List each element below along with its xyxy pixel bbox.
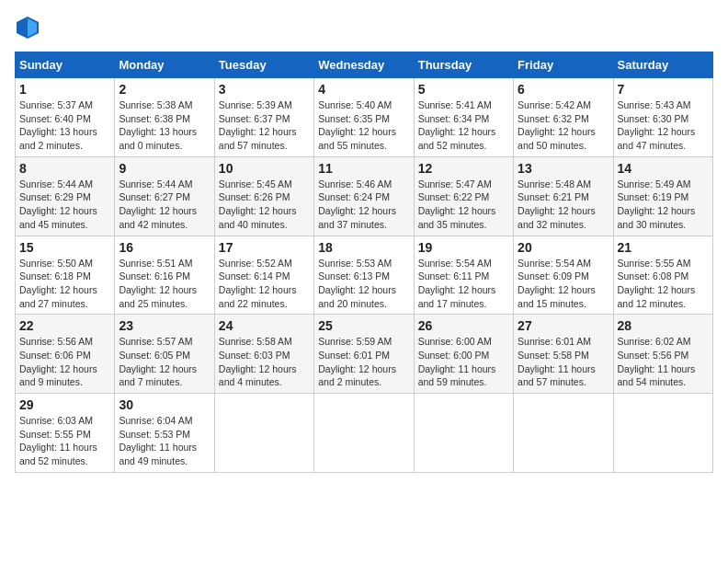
day-detail: Sunrise: 5:57 AMSunset: 6:05 PMDaylight:… [119, 335, 210, 389]
day-detail: Sunrise: 5:55 AMSunset: 6:08 PMDaylight:… [618, 257, 709, 311]
calendar-cell: 3Sunrise: 5:39 AMSunset: 6:37 PMDaylight… [214, 78, 313, 157]
day-number: 26 [418, 318, 509, 333]
calendar-cell: 2Sunrise: 5:38 AMSunset: 6:38 PMDaylight… [115, 78, 214, 157]
weekday-header-saturday: Saturday [613, 52, 712, 78]
calendar-cell [314, 394, 414, 473]
calendar-cell: 26Sunrise: 6:00 AMSunset: 6:00 PMDayligh… [414, 315, 513, 394]
day-number: 19 [418, 240, 509, 255]
day-detail: Sunrise: 5:38 AMSunset: 6:38 PMDaylight:… [119, 98, 210, 153]
day-number: 4 [318, 82, 409, 97]
day-number: 8 [19, 161, 110, 176]
day-detail: Sunrise: 5:54 AMSunset: 6:09 PMDaylight:… [518, 257, 609, 311]
day-number: 24 [219, 318, 310, 333]
day-number: 9 [119, 161, 210, 176]
calendar-cell: 29Sunrise: 6:03 AMSunset: 5:55 PMDayligh… [16, 394, 115, 473]
calendar-cell [613, 394, 712, 473]
day-detail: Sunrise: 5:39 AMSunset: 6:37 PMDaylight:… [219, 98, 310, 153]
day-number: 1 [19, 82, 110, 97]
day-detail: Sunrise: 5:48 AMSunset: 6:21 PMDaylight:… [518, 178, 609, 232]
calendar-cell: 27Sunrise: 6:01 AMSunset: 5:58 PMDayligh… [514, 315, 613, 394]
calendar-cell: 16Sunrise: 5:51 AMSunset: 6:16 PMDayligh… [115, 236, 214, 315]
day-number: 16 [119, 240, 210, 255]
day-number: 27 [518, 318, 609, 333]
calendar-cell: 5Sunrise: 5:41 AMSunset: 6:34 PMDaylight… [414, 78, 513, 157]
day-number: 15 [19, 240, 110, 255]
day-number: 21 [618, 240, 709, 255]
day-detail: Sunrise: 5:44 AMSunset: 6:29 PMDaylight:… [19, 178, 110, 232]
day-number: 11 [318, 161, 409, 176]
calendar-cell: 17Sunrise: 5:52 AMSunset: 6:14 PMDayligh… [214, 236, 313, 315]
day-number: 3 [219, 82, 310, 97]
day-number: 6 [518, 82, 609, 97]
day-number: 25 [318, 318, 409, 333]
day-number: 28 [618, 318, 709, 333]
calendar-cell: 10Sunrise: 5:45 AMSunset: 6:26 PMDayligh… [214, 156, 313, 236]
calendar-week-5: 29Sunrise: 6:03 AMSunset: 5:55 PMDayligh… [16, 394, 713, 473]
day-detail: Sunrise: 5:52 AMSunset: 6:14 PMDaylight:… [219, 257, 310, 311]
logo [15, 15, 44, 40]
calendar-week-1: 1Sunrise: 5:37 AMSunset: 6:40 PMDaylight… [16, 78, 713, 157]
day-detail: Sunrise: 5:50 AMSunset: 6:18 PMDaylight:… [19, 257, 110, 311]
calendar-cell: 19Sunrise: 5:54 AMSunset: 6:11 PMDayligh… [414, 236, 513, 315]
calendar-cell: 13Sunrise: 5:48 AMSunset: 6:21 PMDayligh… [514, 156, 613, 236]
day-detail: Sunrise: 5:49 AMSunset: 6:19 PMDaylight:… [618, 178, 709, 232]
calendar-cell [414, 394, 513, 473]
calendar-cell: 7Sunrise: 5:43 AMSunset: 6:30 PMDaylight… [613, 78, 712, 157]
day-number: 5 [418, 82, 509, 97]
day-detail: Sunrise: 5:45 AMSunset: 6:26 PMDaylight:… [219, 178, 310, 232]
calendar-cell: 9Sunrise: 5:44 AMSunset: 6:27 PMDaylight… [115, 156, 214, 236]
day-detail: Sunrise: 5:58 AMSunset: 6:03 PMDaylight:… [219, 335, 310, 389]
day-number: 17 [219, 240, 310, 255]
day-detail: Sunrise: 5:41 AMSunset: 6:34 PMDaylight:… [418, 98, 509, 153]
day-number: 23 [119, 318, 210, 333]
day-detail: Sunrise: 5:44 AMSunset: 6:27 PMDaylight:… [119, 178, 210, 232]
day-number: 2 [119, 82, 210, 97]
calendar-table: SundayMondayTuesdayWednesdayThursdayFrid… [15, 52, 713, 473]
day-number: 29 [19, 397, 110, 412]
calendar-cell: 1Sunrise: 5:37 AMSunset: 6:40 PMDaylight… [16, 78, 115, 157]
day-detail: Sunrise: 5:40 AMSunset: 6:35 PMDaylight:… [318, 98, 409, 153]
calendar-cell: 14Sunrise: 5:49 AMSunset: 6:19 PMDayligh… [613, 156, 712, 236]
day-number: 10 [219, 161, 310, 176]
calendar-cell: 4Sunrise: 5:40 AMSunset: 6:35 PMDaylight… [314, 78, 414, 157]
header [15, 15, 713, 40]
calendar-cell [514, 394, 613, 473]
day-detail: Sunrise: 5:51 AMSunset: 6:16 PMDaylight:… [119, 257, 210, 311]
weekday-header-tuesday: Tuesday [214, 52, 313, 78]
calendar-cell [214, 394, 313, 473]
day-number: 20 [518, 240, 609, 255]
day-number: 13 [518, 161, 609, 176]
day-number: 7 [618, 82, 709, 97]
day-number: 30 [119, 397, 210, 412]
day-detail: Sunrise: 6:04 AMSunset: 5:53 PMDaylight:… [119, 414, 210, 468]
day-number: 22 [19, 318, 110, 333]
day-detail: Sunrise: 6:00 AMSunset: 6:00 PMDaylight:… [418, 335, 509, 389]
weekday-header-thursday: Thursday [414, 52, 513, 78]
day-detail: Sunrise: 5:46 AMSunset: 6:24 PMDaylight:… [318, 178, 409, 232]
day-number: 18 [318, 240, 409, 255]
calendar-cell: 18Sunrise: 5:53 AMSunset: 6:13 PMDayligh… [314, 236, 414, 315]
day-detail: Sunrise: 5:54 AMSunset: 6:11 PMDaylight:… [418, 257, 509, 311]
day-detail: Sunrise: 5:53 AMSunset: 6:13 PMDaylight:… [318, 257, 409, 311]
calendar-cell: 22Sunrise: 5:56 AMSunset: 6:06 PMDayligh… [16, 315, 115, 394]
calendar-cell: 23Sunrise: 5:57 AMSunset: 6:05 PMDayligh… [115, 315, 214, 394]
logo-icon [15, 15, 40, 40]
weekday-header-sunday: Sunday [16, 52, 115, 78]
calendar-week-4: 22Sunrise: 5:56 AMSunset: 6:06 PMDayligh… [16, 315, 713, 394]
weekday-header-monday: Monday [115, 52, 214, 78]
day-detail: Sunrise: 6:02 AMSunset: 5:56 PMDaylight:… [618, 335, 709, 389]
day-detail: Sunrise: 5:37 AMSunset: 6:40 PMDaylight:… [19, 98, 110, 153]
calendar-week-3: 15Sunrise: 5:50 AMSunset: 6:18 PMDayligh… [16, 236, 713, 315]
weekday-header-row: SundayMondayTuesdayWednesdayThursdayFrid… [16, 52, 713, 78]
day-detail: Sunrise: 5:59 AMSunset: 6:01 PMDaylight:… [318, 335, 409, 389]
weekday-header-friday: Friday [514, 52, 613, 78]
calendar-week-2: 8Sunrise: 5:44 AMSunset: 6:29 PMDaylight… [16, 156, 713, 236]
day-detail: Sunrise: 6:03 AMSunset: 5:55 PMDaylight:… [19, 414, 110, 468]
day-detail: Sunrise: 5:42 AMSunset: 6:32 PMDaylight:… [518, 98, 609, 153]
calendar-cell: 15Sunrise: 5:50 AMSunset: 6:18 PMDayligh… [16, 236, 115, 315]
weekday-header-wednesday: Wednesday [314, 52, 414, 78]
calendar-cell: 25Sunrise: 5:59 AMSunset: 6:01 PMDayligh… [314, 315, 414, 394]
calendar-cell: 21Sunrise: 5:55 AMSunset: 6:08 PMDayligh… [613, 236, 712, 315]
calendar-cell: 11Sunrise: 5:46 AMSunset: 6:24 PMDayligh… [314, 156, 414, 236]
day-detail: Sunrise: 5:43 AMSunset: 6:30 PMDaylight:… [618, 98, 709, 153]
